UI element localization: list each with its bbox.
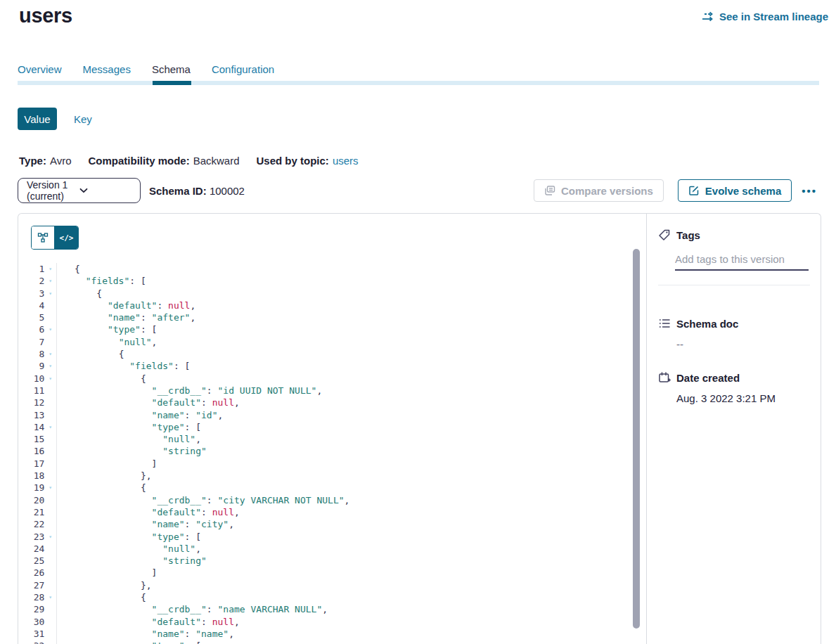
fold-spacer [44, 628, 56, 640]
chevron-down-icon [79, 188, 132, 193]
gutter-row[interactable]: 1▾ [18, 263, 56, 275]
date-created-title: Date created [676, 372, 740, 384]
version-select[interactable]: Version 1 (current) [18, 178, 141, 203]
gutter-row[interactable]: 14▾ [18, 421, 56, 433]
code-line: "__crdb__": "city VARCHAR NOT NULL", [75, 494, 646, 506]
schema-id-value: 100002 [210, 185, 245, 197]
gutter-row: 27 [18, 579, 56, 591]
fold-arrow-icon[interactable]: ▾ [44, 348, 56, 360]
gutter-row[interactable]: 2▾ [18, 275, 56, 287]
gutter-row[interactable]: 3▾ [18, 288, 56, 300]
code-line: { [75, 482, 646, 494]
gutter-row[interactable]: 19▾ [18, 482, 56, 494]
fold-arrow-icon[interactable]: ▾ [44, 421, 56, 433]
gutter-row: 18 [18, 470, 56, 482]
line-number: 29 [18, 603, 44, 615]
fold-spacer [44, 433, 56, 445]
type-value: Avro [50, 155, 72, 167]
code-line: "fields": [ [75, 360, 646, 372]
stream-lineage-link[interactable]: See in Stream lineage [702, 11, 828, 22]
fold-arrow-icon[interactable]: ▾ [44, 275, 56, 287]
fold-arrow-icon[interactable]: ▾ [44, 482, 56, 494]
gutter-row: 4 [18, 300, 56, 311]
gutter-row[interactable]: 10▾ [18, 373, 56, 385]
page-title: users [19, 4, 72, 27]
line-number: 30 [18, 616, 44, 628]
fold-arrow-icon[interactable]: ▾ [44, 288, 56, 300]
tree-view-button[interactable] [32, 226, 55, 249]
tab-overview[interactable]: Overview [18, 63, 62, 75]
tab-messages[interactable]: Messages [83, 63, 131, 75]
gutter-row[interactable]: 8▾ [18, 348, 56, 360]
gutter-row: 21 [18, 506, 56, 518]
schema-card: </> 1▾2▾3▾456▾78▾9▾10▾11121314▾151617181… [18, 213, 821, 644]
line-number: 5 [18, 311, 44, 323]
code-line: "type": [ [75, 323, 646, 335]
fold-arrow-icon[interactable]: ▾ [44, 591, 56, 603]
evolve-schema-button[interactable]: Evolve schema [678, 179, 792, 202]
gutter-row[interactable]: 9▾ [18, 360, 56, 372]
line-number: 3 [18, 288, 44, 300]
line-number: 28 [18, 591, 44, 603]
gutter-row[interactable]: 28▾ [18, 591, 56, 603]
gutter-row[interactable]: 32▾ [18, 640, 56, 644]
line-number: 18 [18, 470, 44, 482]
tag-icon [658, 228, 671, 241]
fold-spacer [44, 445, 56, 457]
gutter-row[interactable]: 23▾ [18, 531, 56, 543]
code-line: "null", [75, 336, 646, 348]
tab-active-underline [153, 81, 191, 85]
tab-configuration[interactable]: Configuration [212, 63, 274, 75]
version-select-value: Version 1 (current) [27, 179, 79, 202]
code-line: "type": [ [75, 421, 646, 433]
stream-lineage-label: See in Stream lineage [719, 11, 828, 22]
gutter-row: 15 [18, 433, 56, 445]
fold-arrow-icon[interactable]: ▾ [44, 373, 56, 385]
fold-arrow-icon[interactable]: ▾ [44, 360, 56, 372]
schema-meta-row: Type: Avro Compatibility mode: Backward … [19, 155, 359, 167]
fold-arrow-icon[interactable]: ▾ [44, 323, 56, 335]
code-line: }, [75, 579, 646, 591]
fold-arrow-icon[interactable]: ▾ [44, 263, 56, 275]
code-line: "default": null, [75, 506, 646, 518]
fold-arrow-icon[interactable]: ▾ [44, 531, 56, 543]
schema-sidebar: Tags Schema doc -- [647, 214, 821, 644]
evolve-schema-label: Evolve schema [705, 185, 781, 197]
topic-link[interactable]: users [333, 155, 359, 167]
code-line: "default": null, [75, 616, 646, 628]
code-view-button[interactable]: </> [55, 226, 78, 249]
code-line: }, [75, 470, 646, 482]
code-line: "fields": [ [75, 275, 646, 287]
code-line: "name": "after", [75, 311, 646, 323]
line-number: 26 [18, 567, 44, 579]
value-key-toggle: Value Key [18, 108, 92, 130]
code-line: "type": [ [75, 531, 646, 543]
tab-schema[interactable]: Schema [152, 63, 191, 75]
code-line: ] [75, 458, 646, 470]
fold-arrow-icon[interactable]: ▾ [44, 640, 56, 644]
key-tab-button[interactable]: Key [74, 113, 92, 125]
more-options-button[interactable]: ••• [797, 185, 821, 197]
code-line: { [75, 288, 646, 300]
code-scrollbar-thumb[interactable] [633, 249, 640, 629]
value-tab-button[interactable]: Value [18, 108, 57, 130]
add-tags-input[interactable] [675, 250, 809, 271]
gutter-row: 26 [18, 567, 56, 579]
code-line: { [75, 263, 646, 275]
fold-spacer [44, 385, 56, 397]
code-line: { [75, 591, 646, 603]
compare-versions-button[interactable]: Compare versions [534, 179, 664, 202]
gutter-row: 29 [18, 603, 56, 615]
fold-spacer [44, 300, 56, 311]
line-number: 25 [18, 555, 44, 567]
fold-spacer [44, 409, 56, 421]
fold-spacer [44, 603, 56, 615]
schema-id-label: Schema ID: [149, 185, 207, 197]
code-line: { [75, 348, 646, 360]
tags-title: Tags [676, 229, 700, 241]
line-number: 9 [18, 360, 44, 372]
schema-doc-section-header: Schema doc [658, 317, 809, 330]
schema-id: Schema ID: 100002 [149, 185, 245, 197]
compatibility-label: Compatibility mode: [88, 155, 189, 167]
gutter-row[interactable]: 6▾ [18, 323, 56, 335]
